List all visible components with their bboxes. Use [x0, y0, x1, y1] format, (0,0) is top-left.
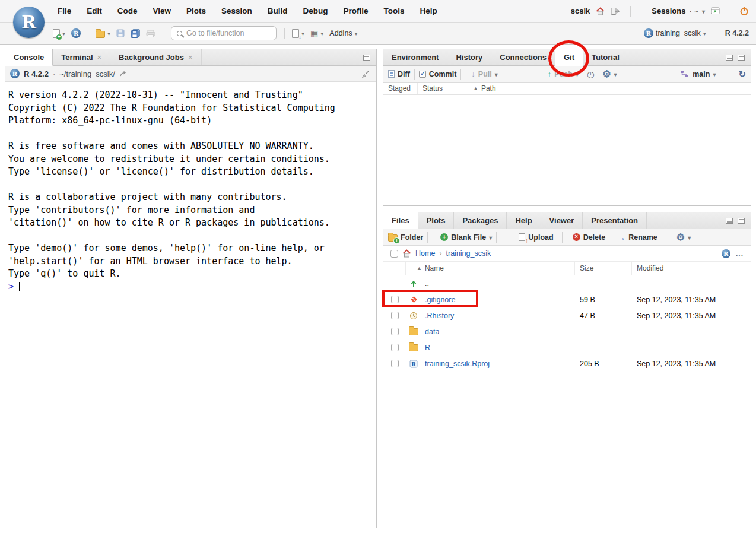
tab-background-jobs[interactable]: Background Jobs — [110, 49, 201, 65]
new-folder-button[interactable]: Folder — [388, 233, 423, 242]
menu-view[interactable]: View — [145, 7, 179, 15]
menu-plots[interactable]: Plots — [179, 7, 214, 15]
file-link[interactable]: R — [425, 344, 430, 352]
goto-file-input[interactable] — [186, 29, 271, 37]
sessions-menu[interactable]: Sessions · ~ — [652, 7, 705, 15]
tab-help[interactable]: Help — [507, 212, 541, 229]
branch-selector[interactable]: main — [693, 70, 716, 78]
select-all-checkbox[interactable] — [390, 250, 398, 258]
column-name[interactable]: ▲ Name — [406, 262, 575, 275]
maximize-panel-icon[interactable] — [738, 218, 745, 224]
addins-button[interactable]: Addins — [326, 27, 360, 39]
menu-debug[interactable]: Debug — [296, 7, 336, 15]
tab-viewer[interactable]: Viewer — [541, 212, 583, 229]
tab-terminal[interactable]: Terminal — [53, 49, 110, 65]
project-menu-button[interactable]: training_scsik — [641, 27, 709, 40]
home-icon[interactable] — [402, 249, 411, 258]
chevron-down-icon — [713, 70, 716, 78]
print-button[interactable] — [143, 28, 158, 39]
toolbar-divider — [284, 28, 285, 39]
menu-help[interactable]: Help — [412, 7, 445, 15]
blank-file-button[interactable]: Blank File — [440, 233, 492, 242]
sign-out-icon[interactable] — [611, 7, 620, 15]
tabbar-spacer — [628, 49, 726, 65]
source-document-button[interactable] — [289, 27, 307, 40]
workspace-panes-button[interactable] — [307, 27, 326, 39]
open-file-button[interactable] — [93, 27, 113, 40]
row-checkbox[interactable] — [391, 360, 399, 367]
history-clock-icon[interactable] — [587, 70, 594, 78]
goto-file-search[interactable] — [171, 26, 277, 40]
tab-packages[interactable]: Packages — [454, 212, 507, 229]
pull-button[interactable]: Pull — [471, 70, 497, 78]
files-more-button[interactable] — [676, 233, 691, 242]
row-checkbox[interactable] — [391, 328, 399, 335]
chevron-down-icon — [688, 233, 691, 242]
session-window-icon[interactable] — [711, 7, 720, 15]
diff-button[interactable]: Diff — [388, 70, 410, 78]
menu-profile[interactable]: Profile — [336, 7, 376, 15]
column-status[interactable]: Status — [418, 83, 468, 94]
power-icon[interactable] — [739, 7, 749, 16]
refresh-icon[interactable] — [738, 69, 746, 78]
menu-build[interactable]: Build — [260, 7, 296, 15]
new-project-button[interactable] — [68, 27, 84, 40]
tab-console[interactable]: Console — [5, 49, 53, 66]
breadcrumb-current-link[interactable]: training_scsik — [446, 249, 491, 258]
column-staged[interactable]: Staged — [383, 83, 418, 94]
menu-file[interactable]: File — [50, 7, 79, 15]
panes-grid-icon — [310, 29, 318, 37]
upload-button[interactable]: Upload — [519, 233, 553, 242]
push-button[interactable]: Push — [548, 70, 579, 78]
toolbar-divider — [427, 232, 428, 243]
menu-tools[interactable]: Tools — [376, 7, 412, 15]
row-checkbox[interactable] — [391, 312, 399, 319]
column-size[interactable]: Size — [575, 262, 632, 275]
file-link[interactable]: .gitignore — [425, 296, 455, 304]
file-link[interactable]: .. — [425, 280, 429, 288]
menu-code[interactable]: Code — [110, 7, 145, 15]
file-link[interactable]: training_scsik.Rproj — [425, 360, 490, 368]
tab-connections[interactable]: Connections — [491, 49, 555, 65]
clear-console-icon[interactable] — [361, 69, 370, 78]
home-icon[interactable] — [596, 7, 605, 15]
maximize-panel-icon[interactable] — [738, 55, 745, 61]
tab-environment[interactable]: Environment — [383, 49, 447, 65]
tab-history[interactable]: History — [447, 49, 491, 65]
tab-tutorial[interactable]: Tutorial — [583, 49, 628, 65]
branch-graph-icon[interactable] — [680, 70, 689, 78]
column-path[interactable]: ▲ Path — [468, 83, 751, 94]
r-session-icon — [10, 69, 20, 78]
minimize-panel-icon[interactable] — [726, 55, 733, 61]
file-row-data: data — [383, 323, 751, 340]
path-more-button[interactable]: ... — [736, 249, 744, 258]
file-link[interactable]: data — [425, 328, 439, 336]
tab-git[interactable]: Git — [555, 49, 583, 66]
column-modified[interactable]: Modified — [632, 262, 751, 275]
row-checkbox[interactable] — [391, 344, 399, 351]
close-icon[interactable] — [188, 53, 193, 61]
tab-label: Tutorial — [592, 53, 620, 62]
menu-session[interactable]: Session — [214, 7, 260, 15]
tab-presentation[interactable]: Presentation — [583, 212, 647, 229]
tab-plots[interactable]: Plots — [418, 212, 455, 229]
minimize-panel-icon[interactable] — [726, 218, 733, 224]
open-directory-icon[interactable] — [119, 70, 127, 77]
commit-button[interactable]: Commit — [419, 70, 457, 78]
save-all-button[interactable] — [128, 27, 143, 40]
breadcrumb-home-link[interactable]: Home — [415, 249, 435, 258]
save-button[interactable] — [113, 27, 128, 39]
push-label: Push — [554, 70, 573, 78]
new-file-button[interactable] — [50, 27, 68, 40]
close-icon[interactable] — [97, 53, 102, 61]
row-checkbox[interactable] — [391, 296, 399, 303]
menu-edit[interactable]: Edit — [79, 7, 110, 15]
maximize-panel-icon[interactable] — [363, 55, 370, 61]
rename-button[interactable]: Rename — [617, 233, 657, 242]
tab-files[interactable]: Files — [383, 212, 418, 229]
file-link[interactable]: .Rhistory — [425, 312, 454, 320]
tab-label: Background Jobs — [119, 53, 184, 62]
delete-button[interactable]: Delete — [573, 233, 606, 242]
console-output-area[interactable]: R version 4.2.2 (2022-10-31) -- "Innocen… — [5, 82, 376, 528]
git-more-button[interactable] — [602, 69, 617, 79]
